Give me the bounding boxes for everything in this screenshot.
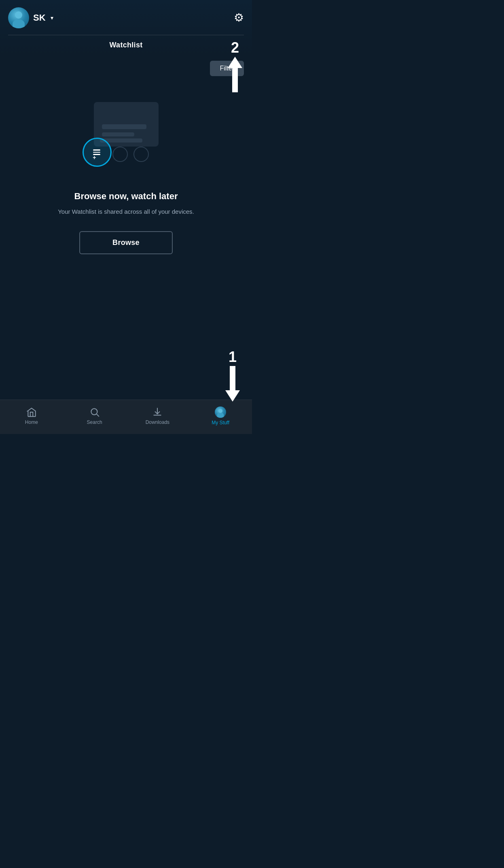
settings-icon[interactable]: ⚙ (234, 12, 244, 23)
small-circle-1 (112, 147, 128, 162)
profile-section[interactable]: SK ▾ (8, 7, 53, 28)
watchlist-add-circle: + (83, 138, 112, 167)
arrow-shaft (232, 68, 238, 92)
bottom-nav: Home Search Downloads My Stuff (0, 400, 252, 434)
downloads-icon (152, 407, 163, 417)
small-circles (112, 147, 149, 162)
header: SK ▾ ⚙ 2 Watchlist (0, 0, 252, 55)
annotation-number-2: 2 (231, 40, 239, 55)
annotation-number-1: 1 (229, 350, 237, 364)
nav-item-search[interactable]: Search (63, 407, 126, 427)
browse-button[interactable]: Browse (79, 231, 173, 254)
profile-name: SK (33, 13, 46, 23)
home-icon (26, 407, 37, 417)
arrow-down-head (225, 390, 240, 402)
page-title: Watchlist (109, 41, 142, 49)
nav-item-downloads[interactable]: Downloads (126, 407, 189, 427)
nav-item-my-stuff[interactable]: My Stuff (189, 406, 252, 428)
card-line-1 (102, 124, 146, 129)
empty-state-title: Browse now, watch later (74, 191, 178, 202)
nav-label-downloads: Downloads (146, 419, 169, 425)
my-stuff-avatar (215, 406, 226, 418)
empty-state-subtitle: Your Watchlist is shared across all of y… (58, 207, 194, 217)
header-top: SK ▾ ⚙ (8, 7, 244, 35)
nav-item-home[interactable]: Home (0, 407, 63, 427)
card-line-2 (102, 132, 134, 136)
watchlist-plus-icon: + (93, 154, 96, 161)
annotation-1: 1 (225, 350, 240, 402)
search-icon (89, 407, 100, 417)
nav-label-my-stuff: My Stuff (212, 420, 229, 425)
empty-state-illustration: + (74, 98, 179, 179)
title-bar: Watchlist (8, 35, 244, 55)
annotation-2: 2 (228, 40, 242, 92)
nav-label-home: Home (25, 419, 38, 425)
nav-label-search: Search (87, 419, 102, 425)
small-circle-2 (133, 147, 149, 162)
avatar (8, 7, 29, 28)
main-content: + Browse now, watch later Your Watchlist… (0, 82, 252, 262)
svg-point-0 (91, 408, 97, 415)
arrow-down-shaft (230, 366, 235, 390)
svg-line-1 (97, 414, 99, 417)
filter-area: Filter (0, 55, 252, 82)
arrow-up-icon (228, 57, 242, 68)
chevron-down-icon: ▾ (51, 15, 53, 21)
